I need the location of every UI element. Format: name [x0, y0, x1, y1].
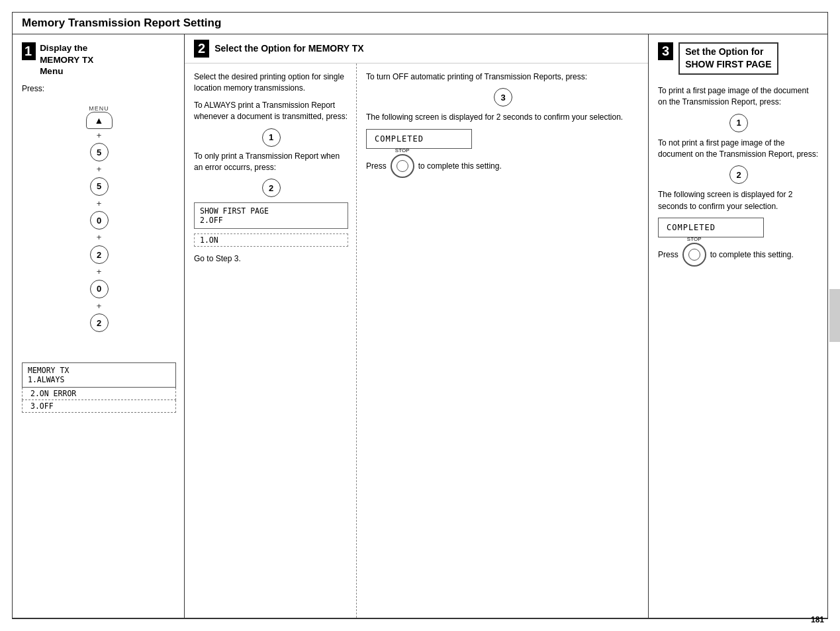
step2-title: Select the Option for MEMORY TX	[214, 42, 364, 55]
step2-press-line: Press STOP to complete this setting.	[366, 154, 640, 178]
menu-display: MEMORY TX 1.ALWAYS 2.ON ERROR 3.OFF	[22, 357, 176, 413]
step3-stop-outer	[682, 243, 706, 267]
step2-col-a: Select the desired printing option for s…	[185, 63, 357, 618]
step3-completed-box: COMPLETED	[658, 218, 764, 237]
step3-key1-wrap: 1	[658, 114, 819, 132]
step2-lcd-line1: SHOW FIRST PAGE	[200, 206, 342, 216]
step2-stop-btn: STOP	[391, 154, 414, 178]
step2-key1-wrap: 1	[194, 128, 348, 147]
step2b-text1: To turn OFF automatic printing of Transm…	[366, 71, 640, 83]
step3-key2-wrap: 2	[658, 165, 819, 184]
step2-lcd-box: SHOW FIRST PAGE 2.OFF	[194, 202, 348, 229]
step2-goto: Go to Step 3.	[194, 253, 348, 265]
key-5b: 5	[90, 177, 109, 196]
plus4: +	[97, 232, 102, 243]
key-0a: 0	[90, 211, 109, 230]
key-sequence: MENU ▲ + 5 + 5 + 0 + 2 + 0 + 2	[22, 101, 176, 335]
step2-lcd-line2: 2.OFF	[200, 216, 342, 225]
page: Memory Transmission Report Setting 1 Dis…	[0, 0, 840, 631]
step2-stop-label: STOP	[395, 147, 410, 153]
step2-stop-outer	[391, 154, 414, 178]
step2-completed-text: COMPLETED	[375, 134, 424, 144]
step2-key2-wrap: 2	[194, 179, 348, 197]
step2-key1: 1	[262, 128, 281, 147]
step2-text3: To only print a Transmission Report when…	[194, 151, 348, 174]
step2b-text2: The following screen is displayed for 2 …	[366, 112, 640, 123]
page-number: 181	[811, 615, 824, 624]
menu-lcd-line2: 1.ALWAYS	[28, 375, 170, 384]
step3-press-word: Press	[658, 250, 678, 259]
step3-stop-inner	[688, 249, 700, 261]
step3-text3: The following screen is displayed for 2 …	[658, 189, 819, 212]
menu-dashed2: 3.OFF	[22, 400, 176, 413]
step2-press-word: Press	[366, 161, 387, 171]
step2-header-row: 2 Select the Option for MEMORY TX	[185, 34, 648, 63]
step3-text1: To print a first page image of the docum…	[658, 85, 819, 108]
step3-stop-label: STOP	[687, 236, 702, 242]
key-0b: 0	[90, 280, 109, 298]
step3-column: 3 Set the Option forSHOW FIRST PAGE To p…	[649, 34, 827, 618]
plus5: +	[97, 267, 102, 277]
step1-column: 1 Display theMEMORY TXMenu Press: MENU ▲…	[13, 34, 185, 618]
step3-stop-btn: STOP	[682, 243, 706, 267]
key-2b: 2	[90, 314, 109, 332]
plus3: +	[97, 198, 102, 209]
menu-dashed1: 2.ON ERROR	[22, 388, 176, 400]
menu-key: MENU ▲	[86, 105, 113, 129]
step2-key2: 2	[262, 179, 281, 197]
step2-stop-inner	[397, 160, 408, 172]
step2-column: 2 Select the Option for MEMORY TX Select…	[185, 34, 649, 618]
step2-col-b: To turn OFF automatic printing of Transm…	[357, 63, 648, 618]
right-tab	[829, 289, 840, 342]
step2-text2: To ALWAYS print a Transmission Report wh…	[194, 100, 348, 123]
menu-lcd-line1: MEMORY TX	[28, 366, 170, 375]
step3-press-text2: to complete this setting.	[710, 250, 794, 259]
key-2a: 2	[90, 245, 109, 264]
plus1: +	[97, 130, 102, 141]
menu-key-label: MENU	[89, 105, 109, 112]
menu-lcd-box: MEMORY TX 1.ALWAYS	[22, 362, 176, 388]
step3-text2: To not print a first page image of the d…	[658, 138, 819, 161]
step1-title: Display theMEMORY TXMenu	[40, 42, 93, 77]
plus2: +	[97, 164, 102, 175]
menu-key-shape: ▲	[86, 112, 113, 129]
step2-number: 2	[194, 40, 209, 58]
step2-key3-wrap: 3	[366, 88, 640, 106]
step2-completed-box: COMPLETED	[366, 129, 472, 149]
step1-number: 1	[22, 42, 36, 60]
press-label: Press:	[22, 84, 176, 93]
step3-press-line: Press STOP to complete this setting.	[658, 243, 819, 267]
columns: 1 Display theMEMORY TXMenu Press: MENU ▲…	[13, 34, 827, 618]
step2-lcd-dashed: 1.ON	[194, 233, 348, 247]
step2-lcd: SHOW FIRST PAGE 2.OFF 1.ON	[194, 202, 348, 247]
key-5a: 5	[90, 143, 109, 161]
step2-key3: 3	[494, 88, 512, 106]
step1-header: 1 Display theMEMORY TXMenu	[22, 42, 176, 77]
step2-text1: Select the desired printing option for s…	[194, 71, 348, 95]
step3-title: Set the Option forSHOW FIRST PAGE	[685, 46, 771, 69]
step3-number: 3	[658, 42, 673, 60]
main-border: Memory Transmission Report Setting 1 Dis…	[12, 12, 828, 619]
step3-title-box: Set the Option forSHOW FIRST PAGE	[678, 42, 778, 75]
step3-key1: 1	[729, 114, 748, 132]
plus6: +	[97, 301, 102, 312]
step3-key2: 2	[729, 165, 748, 184]
page-title: Memory Transmission Report Setting	[13, 13, 827, 34]
step2-press-text2: to complete this setting.	[418, 161, 502, 171]
step2-body: Select the desired printing option for s…	[185, 63, 648, 618]
step3-header: 3 Set the Option forSHOW FIRST PAGE	[658, 42, 819, 79]
step3-completed-text: COMPLETED	[667, 223, 716, 232]
